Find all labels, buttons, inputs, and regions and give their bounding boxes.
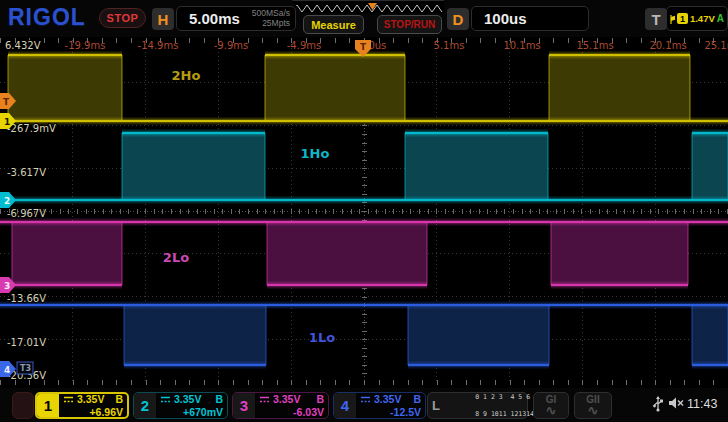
channel2-status-badge: 2 [134,393,156,418]
trigger-level-value: 1.47V [690,13,715,24]
channel4-status-badge: 4 [334,393,356,418]
channel4-bandwidth: B [413,393,421,406]
trigger-menu-key[interactable]: T [645,8,667,30]
digital-channels-status[interactable]: L 0 1 2 3 4 5 6 7 8 9 1011 12131415 [427,392,528,419]
volt-label: -267.9mV [7,123,56,134]
trigger-slope-icon [670,13,675,25]
channel1-status[interactable]: 1 3.35V B +6.96V [35,392,129,419]
channel4-scale: 3.35V [374,393,401,406]
channel1-offset: +6.96V [63,406,123,419]
delay-menu-key[interactable]: D [447,8,469,30]
trace-label-2Lo: 2Lo [163,250,189,265]
time-label: 25.1ms [704,40,728,51]
sample-rate: 500MSa/s [252,8,290,18]
system-clock: 11:43 [687,397,717,411]
trace-label-2Ho: 2Ho [172,68,201,83]
trace-label-1Ho: 1Ho [301,146,330,161]
speaker-muted-icon[interactable] [668,396,684,410]
generator2-button[interactable]: GII ∿ [574,392,612,419]
t3-indicator-label: T3 [20,364,31,373]
t3-indicator: T3 [17,362,33,374]
channel2-offset: +670mV [160,406,223,419]
ch3-2Lo-trace[interactable] [0,222,728,285]
acquisition-info: 500MSa/s 25Mpts [252,9,295,29]
volt-label: -6.967V [7,208,46,219]
delay-value: 100us [472,10,527,27]
time-label: -14.9ms [138,40,179,51]
channel1-scale: 3.35V [77,393,104,406]
generator1-button[interactable]: GI ∿ [533,392,569,419]
bottom-status-bar: 1 3.35V B +6.96V 2 [0,388,728,422]
usb-icon [653,396,663,412]
volt-label: -13.66V [7,293,46,304]
channel2-marker-label: 2 [4,196,10,206]
time-label: 5.1ms [434,40,465,51]
sine-wave-icon: ∿ [546,404,557,417]
channel2-scale: 3.35V [174,393,201,406]
horizontal-menu-key[interactable]: H [152,8,174,30]
channel3-bandwidth: B [316,393,324,406]
trigger-position-marker-label: T [360,42,367,52]
dc-coupling-icon [360,395,371,404]
trigger-level-marker-label: T [3,97,10,107]
volt-label: -17.01V [7,337,46,348]
channel3-status-badge: 3 [233,393,255,418]
trigger-display[interactable]: 1 1.47V A [666,6,728,31]
digital-row-top: 0 1 2 3 4 5 6 7 [475,393,538,401]
digital-row-bottom: 8 9 1011 12131415 [475,410,542,418]
time-label: 20.1ms [649,40,686,51]
time-label: 10.1ms [503,40,540,51]
trigger-mode-indicator: A [717,13,724,24]
trigger-source-badge: 1 [677,13,688,24]
record-timeline [292,0,444,13]
channel3-status[interactable]: 3 3.35V B -6.03V [232,392,329,419]
stop-run-button[interactable]: STOP/RUN [377,15,442,34]
dc-coupling-icon [63,395,74,404]
dc-coupling-icon [259,395,270,404]
channel3-marker-label: 3 [4,281,10,291]
measure-button[interactable]: Measure [303,15,364,34]
channel1-status-badge: 1 [37,394,59,417]
top-status-bar: RIGOL STOP H 5.00ms 500MSa/s 25Mpts Meas… [0,0,728,37]
channel1-marker-label: 1 [4,117,10,127]
channel2-status[interactable]: 2 3.35V B +670mV [133,392,228,419]
volt-label: 6.432V [5,40,41,51]
channel2-bandwidth: B [215,393,223,406]
run-state-badge[interactable]: STOP [99,8,146,28]
record-zigzag [292,2,444,15]
ch1-2Ho-trace[interactable] [0,55,728,121]
channel4-offset: -12.5V [360,406,421,419]
volt-label: -3.617V [7,167,46,178]
channel3-scale: 3.35V [273,393,300,406]
delay-display[interactable]: 100us [471,6,589,31]
channel3-offset: -6.03V [259,406,324,419]
timebase-display[interactable]: 5.00ms 500MSa/s 25Mpts [176,6,296,31]
time-label: -4.9ms [287,40,321,51]
dc-coupling-icon [160,395,171,404]
time-axis-labels: -19.9ms -14.9ms -9.9ms -4.9ms 100us 5.1m… [65,40,728,51]
trace-label-1Lo: 1Lo [309,330,335,345]
memory-depth: 25Mpts [262,18,290,28]
waveform-traces [0,55,728,365]
sine-wave-icon: ∿ [588,404,599,417]
channel4-status[interactable]: 4 3.35V B -12.5V [333,392,426,419]
channel4-marker-label: 4 [4,365,10,375]
digital-channels-label: L [432,398,440,413]
oscilloscope-screen: -19.9ms -14.9ms -9.9ms -4.9ms 100us 5.1m… [0,0,728,422]
time-label: -19.9ms [65,40,106,51]
footer-left-stub [12,392,34,419]
time-label: -9.9ms [214,40,248,51]
channel1-bandwidth: B [115,393,123,406]
timebase-value: 5.00ms [177,10,240,27]
channel2-marker[interactable]: 2 [0,192,16,208]
time-label: 15.1ms [576,40,613,51]
rigol-logo: RIGOL [8,4,86,31]
waveform-display-area[interactable]: -19.9ms -14.9ms -9.9ms -4.9ms 100us 5.1m… [0,0,728,422]
